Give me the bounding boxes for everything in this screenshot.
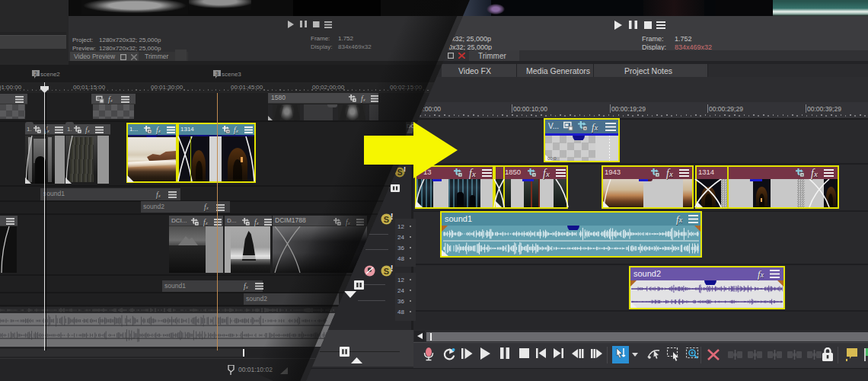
- svg-text:3: 3: [215, 71, 219, 76]
- svg-text:S: S: [384, 215, 389, 224]
- svg-text:S: S: [384, 267, 389, 276]
- svg-text:2: 2: [34, 71, 37, 76]
